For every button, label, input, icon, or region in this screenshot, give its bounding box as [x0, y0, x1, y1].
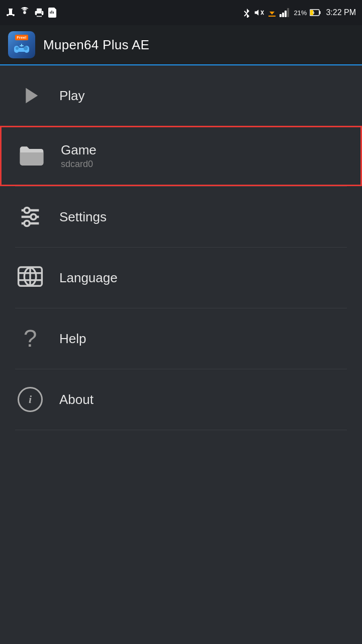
- svg-point-35: [31, 214, 36, 220]
- svg-point-3: [23, 11, 26, 14]
- help-label: Help: [59, 331, 86, 347]
- divider-5: [15, 430, 347, 430]
- clock: 3:22 PM: [326, 8, 356, 17]
- menu-item-play[interactable]: Play: [0, 65, 362, 126]
- app-title: Mupen64 Plus AE: [43, 37, 149, 53]
- about-label: About: [59, 392, 94, 408]
- svg-point-0: [7, 14, 9, 16]
- svg-rect-20: [320, 11, 321, 14]
- settings-icon: [15, 202, 45, 232]
- folder-icon: [17, 141, 47, 171]
- svg-line-10: [244, 11, 247, 14]
- help-icon: ?: [15, 324, 45, 354]
- battery-icon: [310, 9, 321, 16]
- svg-rect-4: [37, 9, 42, 11]
- status-bar-left: [6, 7, 56, 18]
- sdcard-icon: [48, 8, 56, 18]
- game-sublabel: sdcard0: [61, 159, 97, 170]
- language-icon: [15, 263, 45, 293]
- menu-item-help[interactable]: ? Help: [0, 308, 362, 369]
- about-icon: i: [15, 384, 45, 415]
- svg-point-6: [41, 12, 42, 13]
- menu-item-about[interactable]: i About: [0, 369, 362, 430]
- menu-item-settings-text: Settings: [59, 209, 107, 225]
- menu-list: Play Game sdcard0: [0, 65, 362, 430]
- mute-icon: [253, 8, 264, 18]
- menu-item-game[interactable]: Game sdcard0: [0, 126, 362, 186]
- language-label: Language: [59, 270, 118, 286]
- svg-rect-5: [37, 14, 42, 16]
- svg-point-27: [16, 47, 19, 50]
- game-label: Game: [61, 142, 97, 158]
- svg-rect-14: [280, 14, 282, 17]
- n64-icon: [13, 42, 30, 55]
- usb-icon: [6, 7, 15, 18]
- free-badge: Free!: [15, 35, 28, 40]
- svg-point-36: [24, 221, 30, 226]
- play-icon: [15, 80, 45, 111]
- svg-point-28: [24, 46, 28, 50]
- svg-point-1: [13, 14, 15, 16]
- app-bar: Free! Mupen64 Plus AE: [0, 25, 362, 65]
- signal-icon: [280, 8, 291, 17]
- settings-label: Settings: [59, 209, 107, 225]
- download-icon: [267, 8, 277, 18]
- status-bar: 21% 3:22 PM: [0, 0, 362, 25]
- bluetooth-icon: [243, 8, 250, 18]
- svg-rect-15: [282, 13, 284, 17]
- menu-item-game-text: Game sdcard0: [61, 142, 97, 170]
- menu-item-help-text: Help: [59, 331, 86, 347]
- svg-line-11: [244, 14, 247, 16]
- menu-item-language[interactable]: Language: [0, 248, 362, 308]
- menu-item-play-text: Play: [59, 88, 85, 104]
- app-icon: Free!: [8, 31, 35, 58]
- svg-rect-30: [20, 45, 24, 46]
- broadcast-icon: [19, 7, 30, 18]
- menu-item-settings[interactable]: Settings: [0, 187, 362, 247]
- printer-icon: [34, 8, 44, 18]
- menu-item-language-text: Language: [59, 270, 118, 286]
- menu-item-about-text: About: [59, 392, 94, 408]
- status-bar-right: 21% 3:22 PM: [243, 8, 356, 18]
- play-label: Play: [59, 88, 85, 104]
- svg-point-34: [24, 208, 30, 213]
- battery-percentage: 21%: [294, 9, 307, 17]
- svg-rect-16: [285, 11, 287, 17]
- svg-rect-17: [287, 8, 289, 17]
